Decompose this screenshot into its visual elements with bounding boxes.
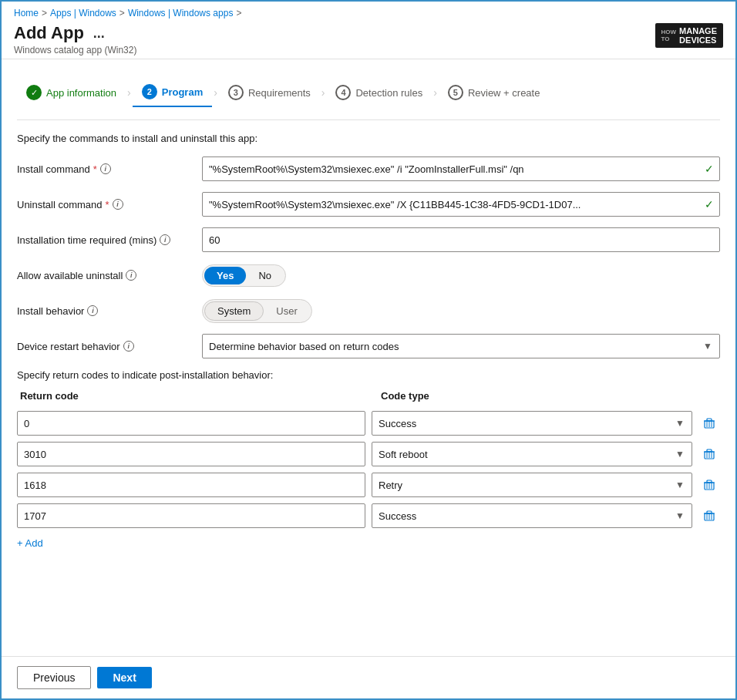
install-command-label: Install command * i	[17, 163, 202, 175]
allow-uninstall-info-icon[interactable]: i	[126, 270, 136, 281]
install-time-row: Installation time required (mins) i	[17, 227, 720, 252]
return-code-rows: SuccessSoft rebootRetryFailedHard reboot…	[17, 411, 720, 534]
uninstall-command-label: Uninstall command * i	[17, 199, 202, 210]
delete-return-code-button-0[interactable]	[698, 412, 720, 434]
step2-label: Program	[162, 86, 203, 98]
allow-uninstall-row: Allow available uninstall i Yes No	[17, 263, 720, 288]
uninstall-required-star: *	[106, 199, 109, 210]
return-code-input-0[interactable]	[17, 411, 365, 436]
top-bar: Home > Apps | Windows > Windows | Window…	[2, 2, 735, 59]
step-divider-1: ›	[126, 86, 133, 99]
next-button[interactable]: Next	[97, 667, 151, 688]
code-type-select-3[interactable]: SuccessSoft rebootRetryFailedHard reboot	[372, 503, 692, 528]
return-code-input-3[interactable]	[17, 503, 365, 528]
step3-label: Requirements	[248, 87, 311, 99]
step1-label: App information	[46, 87, 116, 99]
step-program[interactable]: 2 Program	[133, 78, 212, 107]
install-behavior-toggle: System User	[202, 299, 312, 323]
step-detection-rules[interactable]: 4 Detection rules	[326, 79, 432, 106]
return-code-input-1[interactable]	[17, 442, 365, 466]
col-code-type-header: Code type	[372, 390, 720, 402]
ellipsis-button[interactable]: ...	[90, 25, 108, 42]
restart-behavior-select[interactable]: Determine behavior based on return codes	[202, 334, 720, 358]
step-requirements[interactable]: 3 Requirements	[219, 79, 320, 106]
return-code-row: SuccessSoft rebootRetryFailedHard reboot…	[17, 473, 720, 497]
install-info-icon[interactable]: i	[100, 163, 111, 174]
brand-logo: HOW TO MANAGE DEVICES	[655, 23, 723, 48]
uninstall-check-icon: ✓	[705, 198, 714, 210]
step-app-information[interactable]: ✓ App information	[17, 79, 126, 106]
install-time-label: Installation time required (mins) i	[17, 234, 202, 246]
return-codes-description: Specify return codes to indicate post-in…	[17, 369, 720, 381]
code-type-select-wrapper-1: SuccessSoft rebootRetryFailedHard reboot…	[372, 442, 692, 466]
install-check-icon: ✓	[705, 163, 714, 175]
page-subtitle: Windows catalog app (Win32)	[14, 45, 136, 56]
step3-circle: 3	[228, 85, 244, 100]
install-time-input[interactable]	[202, 227, 720, 252]
delete-return-code-button-3[interactable]	[698, 505, 720, 527]
install-required-star: *	[93, 163, 97, 175]
return-code-row: SuccessSoft rebootRetryFailedHard reboot…	[17, 503, 720, 528]
col-return-code-header: Return code	[17, 390, 372, 402]
breadcrumb-sep3: >	[236, 8, 241, 19]
page-title-block: Add App ... Windows catalog app (Win32)	[14, 23, 136, 56]
restart-behavior-label: Device restart behavior i	[17, 341, 202, 352]
wizard-steps: ✓ App information › 2 Program › 3 Requir…	[17, 72, 720, 120]
uninstall-command-row: Uninstall command * i ✓	[17, 192, 720, 217]
footer: Previous Next	[2, 656, 735, 698]
return-code-row: SuccessSoft rebootRetryFailedHard reboot…	[17, 411, 720, 436]
allow-uninstall-toggle: Yes No	[202, 264, 286, 287]
code-type-select-wrapper-3: SuccessSoft rebootRetryFailedHard reboot…	[372, 503, 692, 528]
allow-uninstall-yes[interactable]: Yes	[204, 267, 246, 284]
breadcrumb-sep2: >	[119, 8, 125, 19]
step-divider-2: ›	[212, 86, 219, 99]
uninstall-info-icon[interactable]: i	[113, 199, 123, 210]
delete-return-code-button-2[interactable]	[698, 474, 720, 496]
breadcrumb: Home > Apps | Windows > Windows | Window…	[14, 8, 723, 19]
code-type-select-2[interactable]: SuccessSoft rebootRetryFailedHard reboot	[372, 473, 692, 497]
step-divider-4: ›	[432, 86, 439, 99]
step-review-create[interactable]: 5 Review + create	[439, 79, 550, 106]
page-title: Add App	[14, 23, 84, 43]
breadcrumb-windows-apps[interactable]: Windows | Windows apps	[128, 8, 234, 19]
restart-behavior-select-wrapper: Determine behavior based on return codes…	[202, 334, 720, 358]
uninstall-command-input[interactable]	[202, 192, 720, 217]
code-type-select-wrapper-0: SuccessSoft rebootRetryFailedHard reboot…	[372, 411, 692, 436]
main-container: Home > Apps | Windows > Windows | Window…	[0, 0, 737, 700]
allow-uninstall-no[interactable]: No	[246, 267, 284, 284]
code-type-select-wrapper-2: SuccessSoft rebootRetryFailedHard reboot…	[372, 473, 692, 497]
breadcrumb-sep1: >	[42, 8, 47, 19]
return-code-row: SuccessSoft rebootRetryFailedHard reboot…	[17, 442, 720, 466]
step2-circle: 2	[142, 84, 157, 99]
return-codes-header: Return code Code type	[17, 390, 720, 405]
code-type-select-1[interactable]: SuccessSoft rebootRetryFailedHard reboot	[372, 442, 692, 466]
step5-label: Review + create	[468, 87, 540, 99]
install-behavior-info-icon[interactable]: i	[87, 305, 98, 316]
uninstall-command-input-wrapper: ✓	[202, 192, 720, 217]
install-time-info-icon[interactable]: i	[160, 234, 170, 245]
code-type-select-0[interactable]: SuccessSoft rebootRetryFailedHard reboot	[372, 411, 692, 436]
install-command-input-wrapper: ✓	[202, 156, 720, 181]
step5-circle: 5	[448, 85, 463, 100]
content-area: ✓ App information › 2 Program › 3 Requir…	[2, 59, 735, 656]
install-behavior-label: Install behavior i	[17, 305, 202, 317]
return-code-input-2[interactable]	[17, 473, 365, 497]
install-behavior-system[interactable]: System	[204, 301, 264, 321]
install-behavior-user[interactable]: User	[264, 302, 309, 320]
step1-circle: ✓	[26, 85, 42, 100]
allow-uninstall-label: Allow available uninstall i	[17, 270, 202, 281]
breadcrumb-home[interactable]: Home	[14, 8, 39, 19]
previous-button[interactable]: Previous	[17, 666, 91, 689]
install-command-input[interactable]	[202, 156, 720, 181]
step-divider-3: ›	[320, 86, 327, 99]
restart-behavior-row: Device restart behavior i Determine beha…	[17, 334, 720, 358]
delete-return-code-button-1[interactable]	[698, 443, 720, 465]
add-return-code-link[interactable]: + Add	[17, 537, 720, 549]
step4-circle: 4	[335, 85, 351, 100]
install-behavior-row: Install behavior i System User	[17, 298, 720, 323]
page-header: Add App ... Windows catalog app (Win32) …	[14, 23, 723, 56]
section-description: Specify the commands to install and unin…	[17, 133, 720, 144]
breadcrumb-apps-windows[interactable]: Apps | Windows	[50, 8, 116, 19]
restart-behavior-info-icon[interactable]: i	[123, 341, 134, 352]
install-command-row: Install command * i ✓	[17, 156, 720, 181]
